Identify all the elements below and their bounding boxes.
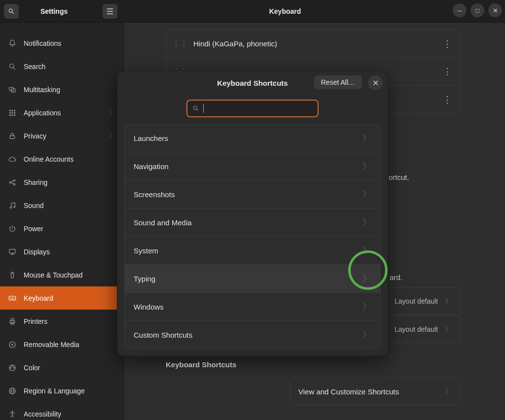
chevron-right-icon: 〉: [362, 273, 371, 284]
dialog-title: Keyboard Shortcuts: [217, 79, 288, 87]
close-icon: ✕: [372, 78, 379, 88]
shortcut-category-screenshots[interactable]: Screenshots〉: [124, 180, 381, 209]
shortcut-category-label: Sound and Media: [134, 218, 192, 227]
search-icon: [192, 105, 199, 112]
reset-all-label: Reset All…: [321, 78, 355, 86]
shortcut-category-label: Navigation: [134, 162, 169, 171]
reset-all-button[interactable]: Reset All…: [314, 75, 362, 89]
shortcut-category-label: Typing: [134, 275, 155, 283]
svg-line-51: [197, 109, 198, 111]
shortcut-category-custom-shortcuts[interactable]: Custom Shortcuts〉: [124, 321, 381, 349]
keyboard-shortcuts-dialog: Keyboard Shortcuts Reset All… ✕ Launcher…: [117, 70, 388, 356]
shortcut-category-navigation[interactable]: Navigation〉: [124, 152, 381, 180]
chevron-right-icon: 〉: [362, 133, 371, 144]
chevron-right-icon: 〉: [362, 160, 371, 172]
shortcut-category-label: Custom Shortcuts: [134, 331, 192, 339]
chevron-right-icon: 〉: [362, 301, 371, 313]
shortcut-search-input[interactable]: [208, 105, 313, 112]
chevron-right-icon: 〉: [362, 216, 371, 228]
shortcut-category-sound-and-media[interactable]: Sound and Media〉: [124, 209, 381, 237]
shortcut-category-system[interactable]: System〉: [124, 237, 381, 265]
shortcut-category-list: Launchers〉Navigation〉Screenshots〉Sound a…: [117, 124, 388, 356]
chevron-right-icon: 〉: [362, 188, 371, 200]
shortcut-category-launchers[interactable]: Launchers〉: [124, 124, 381, 152]
shortcut-category-label: Launchers: [134, 134, 168, 142]
shortcut-category-label: System: [134, 246, 158, 255]
modal-overlay: Keyboard Shortcuts Reset All… ✕ Launcher…: [0, 0, 505, 420]
shortcut-category-windows[interactable]: Windows〉: [124, 293, 381, 321]
dialog-close-button[interactable]: ✕: [368, 75, 383, 90]
shortcut-search-box[interactable]: [186, 100, 319, 117]
shortcut-category-label: Screenshots: [134, 190, 175, 199]
svg-point-50: [193, 106, 197, 109]
text-cursor: [203, 104, 204, 113]
chevron-right-icon: 〉: [362, 245, 371, 256]
shortcut-category-label: Windows: [134, 303, 164, 311]
chevron-right-icon: 〉: [362, 329, 371, 341]
shortcut-category-typing[interactable]: Typing〉: [124, 265, 381, 293]
